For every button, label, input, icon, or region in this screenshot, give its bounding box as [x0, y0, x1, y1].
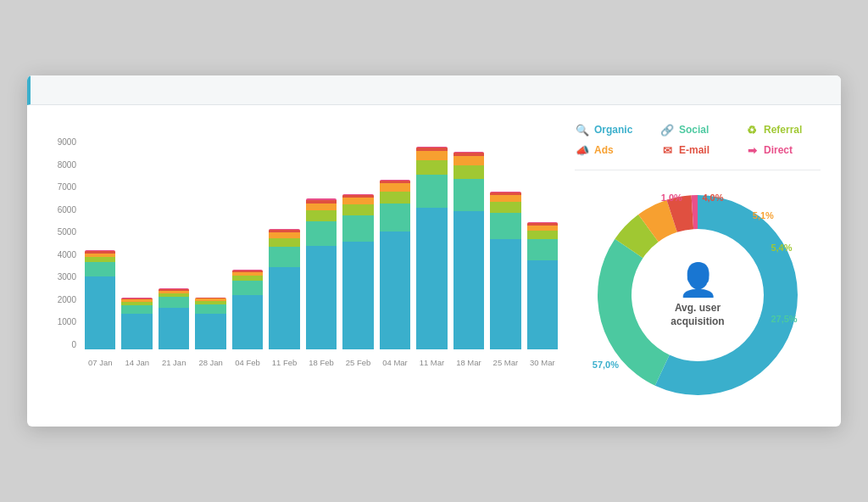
header — [27, 75, 841, 105]
user-icon: 👤 — [678, 261, 718, 298]
bar-segment — [453, 156, 484, 165]
left-panel: 9000800070006000500040003000200010000 07… — [47, 122, 558, 410]
x-label: 25 Mar — [490, 353, 520, 375]
bar-segment — [380, 192, 410, 204]
bar-col — [121, 137, 152, 349]
donut-segment-social — [598, 239, 670, 386]
legend-label: Social — [679, 124, 709, 136]
bar-segment — [342, 215, 373, 242]
bar-segment — [453, 211, 484, 349]
bar-segment — [453, 165, 484, 179]
legend-item-social[interactable]: 🔗Social — [659, 122, 736, 137]
right-panel: 🔍Organic🔗Social♻Referral📣Ads✉E-mail➡Dire… — [575, 122, 821, 410]
bar-segment — [269, 238, 299, 247]
bar-segment — [490, 195, 520, 202]
legend-item-referral[interactable]: ♻Referral — [744, 122, 821, 137]
bar-col — [85, 137, 115, 349]
legend-label: Direct — [764, 144, 793, 156]
x-label: 11 Feb — [269, 353, 299, 375]
legend: 🔍Organic🔗Social♻Referral📣Ads✉E-mail➡Dire… — [575, 122, 821, 170]
y-label: 8000 — [58, 160, 76, 170]
donut-center: 👤 Avg. useracquisition — [670, 261, 724, 328]
y-label: 7000 — [58, 182, 76, 192]
y-label: 1000 — [58, 317, 76, 326]
bar-chart: 9000800070006000500040003000200010000 07… — [47, 137, 558, 375]
legend-label: Referral — [764, 124, 802, 136]
y-label: 5000 — [58, 227, 76, 237]
bar-segment — [380, 231, 410, 349]
x-label: 04 Mar — [380, 353, 410, 375]
bar-segment — [232, 281, 263, 295]
bar-col — [527, 137, 558, 349]
x-label: 14 Jan — [121, 353, 152, 375]
bar-segment — [269, 247, 299, 267]
bar-segment — [159, 308, 189, 349]
x-label: 18 Feb — [306, 353, 337, 375]
legend-label: Organic — [594, 124, 632, 136]
content-area: 9000800070006000500040003000200010000 07… — [27, 105, 841, 427]
bar-segment — [195, 314, 225, 349]
bars-area — [85, 137, 558, 349]
bar-segment — [269, 232, 299, 238]
legend-label: Ads — [594, 144, 614, 156]
bar-segment — [416, 160, 447, 175]
bar-segment — [527, 260, 558, 349]
y-label: 6000 — [58, 205, 76, 215]
y-axis: 9000800070006000500040003000200010000 — [47, 137, 81, 349]
bar-segment — [121, 305, 152, 314]
x-label: 30 Mar — [527, 353, 558, 375]
legend-item-direct[interactable]: ➡Direct — [744, 142, 821, 158]
legend-label: E-mail — [679, 144, 709, 156]
bar-segment — [380, 204, 410, 231]
bar-col — [269, 137, 299, 349]
legend-icon: ♻ — [744, 122, 760, 137]
bar-segment — [121, 314, 152, 349]
bar-segment — [195, 304, 225, 314]
y-label: 3000 — [58, 272, 76, 282]
legend-icon: ✉ — [659, 142, 675, 158]
x-label: 28 Jan — [195, 353, 225, 375]
legend-icon: ➡ — [744, 142, 760, 158]
bar-segment — [269, 267, 299, 349]
legend-icon: 🔍 — [575, 122, 590, 137]
bar-segment — [85, 276, 115, 349]
bar-col — [232, 137, 263, 349]
bar-segment — [416, 175, 447, 208]
y-label: 4000 — [58, 250, 76, 259]
x-label: 25 Feb — [342, 353, 373, 375]
bar-segment — [416, 151, 447, 160]
bar-col — [416, 137, 447, 349]
y-label: 2000 — [58, 295, 76, 304]
bar-segment — [490, 239, 520, 349]
bar-segment — [306, 246, 337, 349]
main-card: 9000800070006000500040003000200010000 07… — [27, 75, 841, 427]
bar-col — [453, 137, 484, 349]
x-label: 04 Feb — [232, 353, 263, 375]
bar-col — [380, 137, 410, 349]
bar-col — [159, 137, 189, 349]
bar-col — [306, 137, 337, 349]
x-label: 11 Mar — [416, 353, 447, 375]
bar-segment — [527, 231, 558, 239]
bar-segment — [342, 198, 373, 204]
bar-segment — [490, 202, 520, 213]
x-labels: 07 Jan14 Jan21 Jan28 Jan04 Feb11 Feb18 F… — [85, 353, 558, 375]
bar-segment — [380, 183, 410, 192]
y-label: 9000 — [58, 137, 76, 147]
legend-item-e-mail[interactable]: ✉E-mail — [659, 142, 736, 158]
legend-item-organic[interactable]: 🔍Organic — [575, 122, 651, 137]
legend-item-ads[interactable]: 📣Ads — [575, 142, 651, 158]
donut-chart: 👤 Avg. useracquisition 57,0%27,5%5,4%5,1… — [583, 181, 812, 410]
y-label: 0 — [71, 340, 76, 349]
bar-segment — [527, 239, 558, 260]
x-label: 18 Mar — [453, 353, 484, 375]
bar-col — [195, 137, 225, 349]
bar-segment — [416, 208, 447, 349]
bar-segment — [306, 221, 337, 246]
legend-icon: 📣 — [575, 142, 590, 158]
legend-icon: 🔗 — [659, 122, 675, 137]
bar-segment — [85, 262, 115, 276]
x-label: 21 Jan — [159, 353, 189, 375]
donut-label: Avg. useracquisition — [670, 302, 724, 328]
bar-segment — [490, 213, 520, 239]
